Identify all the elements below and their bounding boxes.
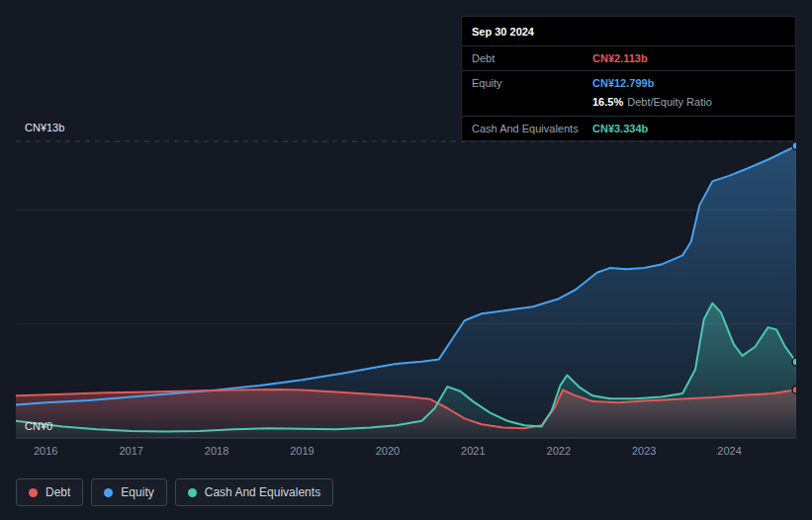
legend-item-debt[interactable]: Debt — [16, 478, 83, 506]
legend-cash-label: Cash And Equivalents — [205, 485, 320, 499]
svg-text:2019: 2019 — [290, 445, 314, 457]
chart-legend: Debt Equity Cash And Equivalents — [16, 478, 333, 506]
legend-item-equity[interactable]: Equity — [91, 478, 166, 506]
svg-text:2024: 2024 — [717, 445, 741, 457]
legend-equity-label: Equity — [121, 485, 153, 499]
svg-text:2022: 2022 — [547, 445, 571, 457]
tooltip-equity-label: Equity — [472, 77, 592, 89]
tooltip-row-debt: Debt CN¥2.113b — [462, 46, 795, 71]
tooltip-ratio-value: 16.5%Debt/Equity Ratio — [592, 96, 712, 108]
legend-debt-label: Debt — [45, 485, 70, 499]
svg-text:2017: 2017 — [119, 445, 142, 457]
chart-area: 201620172018201920202021202220232024CN¥1… — [16, 119, 796, 463]
svg-text:2023: 2023 — [632, 445, 656, 457]
svg-text:2018: 2018 — [205, 445, 228, 457]
svg-text:2016: 2016 — [34, 445, 57, 457]
svg-text:CN¥0: CN¥0 — [25, 420, 52, 432]
tooltip-ratio-label: Debt/Equity Ratio — [627, 96, 712, 108]
legend-item-cash[interactable]: Cash And Equivalents — [175, 478, 333, 506]
svg-text:CN¥13b: CN¥13b — [25, 122, 64, 133]
tooltip-debt-label: Debt — [472, 52, 592, 64]
tooltip-cash-label: Cash And Equivalents — [472, 123, 592, 134]
chart-plot[interactable]: 201620172018201920202021202220232024CN¥1… — [16, 119, 796, 463]
equity-dot-icon — [104, 488, 113, 497]
svg-text:2021: 2021 — [461, 445, 485, 457]
tooltip-date: Sep 30 2024 — [462, 17, 795, 46]
cash-dot-icon — [188, 488, 197, 497]
svg-text:2020: 2020 — [376, 445, 400, 457]
debt-dot-icon — [29, 488, 38, 497]
tooltip-cash-value: CN¥3.334b — [592, 123, 648, 134]
tooltip-equity-value: CN¥12.799b — [592, 77, 654, 89]
tooltip-row-equity: Equity CN¥12.799b — [462, 71, 795, 95]
tooltip-row-cash: Cash And Equivalents CN¥3.334b — [462, 116, 795, 140]
tooltip-debt-value: CN¥2.113b — [592, 52, 648, 64]
chart-page: { "colors": { "background": "#141923", "… — [0, 0, 812, 520]
chart-tooltip: Sep 30 2024 Debt CN¥2.113b Equity CN¥12.… — [461, 16, 796, 141]
tooltip-row-ratio: 16.5%Debt/Equity Ratio — [462, 95, 795, 116]
